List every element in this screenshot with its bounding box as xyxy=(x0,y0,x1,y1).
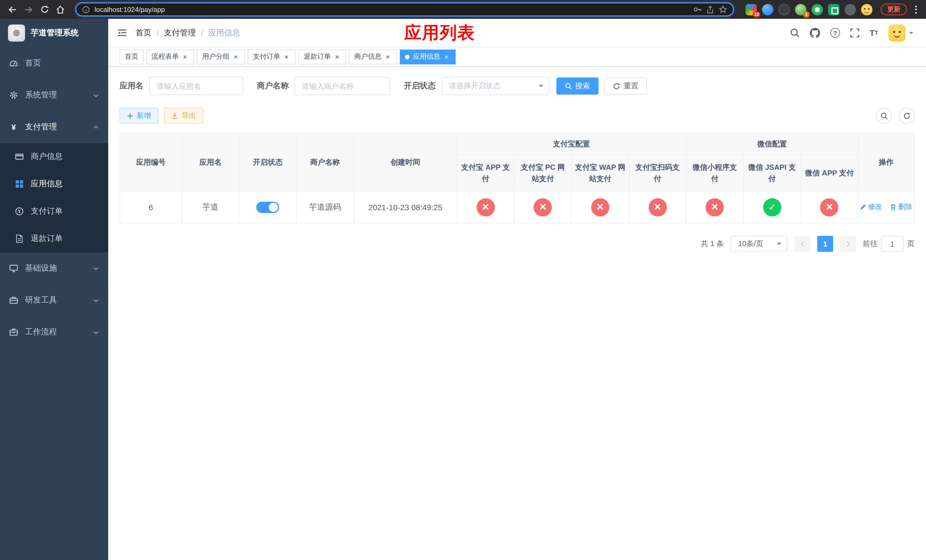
col-header-alipay-wap: 支付宝 WAP 网站支付 xyxy=(572,155,629,191)
breadcrumb-payment[interactable]: 支付管理 xyxy=(164,28,196,38)
extension-pin-icon[interactable] xyxy=(844,4,856,15)
sidebar-item-home[interactable]: 首页 xyxy=(0,47,108,79)
extension-green-avatar-icon[interactable]: 1 xyxy=(795,4,806,15)
filter-form: 应用名 商户名称 开启状态 请选择开启状态 搜索 xyxy=(120,77,915,95)
share-icon[interactable] xyxy=(706,5,714,14)
edit-link[interactable]: 修改 xyxy=(860,202,882,212)
status-check-icon xyxy=(763,198,781,216)
tab-app-info[interactable]: 应用信息 xyxy=(400,49,455,64)
sidebar-item-label: 工作流程 xyxy=(25,327,86,337)
sidebar: 芋道管理系统 首页 系统管理 支付管理 xyxy=(0,19,108,560)
help-icon[interactable] xyxy=(830,28,840,38)
address-bar[interactable]: localhost:1024/pay/app xyxy=(75,2,734,17)
breadcrumb-home[interactable]: 首页 xyxy=(136,28,151,38)
search-button[interactable]: 搜索 xyxy=(557,77,599,95)
extension-green-circle-icon[interactable] xyxy=(811,4,823,15)
tab-close-icon[interactable] xyxy=(232,53,240,61)
sidebar-item-pay-order[interactable]: 支付订单 xyxy=(0,198,108,225)
sidebar-item-app-info[interactable]: 应用信息 xyxy=(0,170,108,198)
pay-order-icon xyxy=(15,207,24,216)
extension-face-icon[interactable] xyxy=(861,4,873,15)
status-toggle[interactable] xyxy=(256,201,279,213)
tab-merchant-info[interactable]: 商户信息 xyxy=(349,49,397,64)
tab-label: 支付订单 xyxy=(253,52,280,62)
sidebar-item-system[interactable]: 系统管理 xyxy=(0,79,108,111)
sidebar-logo[interactable]: 芋道管理系统 xyxy=(0,19,108,47)
search-icon xyxy=(790,28,799,38)
col-header-status: 开启状态 xyxy=(239,133,297,191)
download-icon xyxy=(171,112,178,119)
extension-dark-icon[interactable] xyxy=(779,4,790,15)
goto-page-input[interactable] xyxy=(881,236,904,252)
password-key-icon[interactable] xyxy=(693,5,702,14)
tab-user-group[interactable]: 用户分组 xyxy=(197,49,245,64)
extension-blue-icon[interactable] xyxy=(762,4,773,15)
browser-back-button[interactable] xyxy=(6,3,20,16)
col-header-merchant: 商户名称 xyxy=(297,133,354,191)
sidebar-item-merchant-info[interactable]: 商户信息 xyxy=(0,143,108,170)
add-button[interactable]: 新增 xyxy=(120,107,158,124)
tab-home[interactable]: 首页 xyxy=(120,49,144,64)
tab-label: 流程表单 xyxy=(151,52,179,62)
browser-update-button[interactable]: 更新 xyxy=(881,3,907,15)
page-number-button[interactable]: 1 xyxy=(817,236,833,252)
tab-process-form[interactable]: 流程表单 xyxy=(146,49,194,64)
sidebar-item-infra[interactable]: 基础设施 xyxy=(0,252,108,284)
app-name-input[interactable] xyxy=(149,77,243,95)
sidebar-item-dev-tools[interactable]: 研发工具 xyxy=(0,284,108,316)
delete-link[interactable]: 删除 xyxy=(890,202,912,212)
monitor-icon xyxy=(9,264,18,273)
pencil-icon xyxy=(860,204,866,210)
tab-close-icon[interactable] xyxy=(181,53,189,61)
page-size-select[interactable]: 10条/页 xyxy=(731,236,788,252)
export-button[interactable]: 导出 xyxy=(164,107,203,124)
refresh-table-button[interactable] xyxy=(899,107,915,124)
reload-icon xyxy=(40,5,49,14)
extension-multicolor-icon[interactable]: 10 xyxy=(746,4,757,15)
screen: localhost:1024/pay/app 10 1 xyxy=(0,0,926,560)
tab-close-icon[interactable] xyxy=(283,53,291,61)
tab-refund-order[interactable]: 退款订单 xyxy=(298,49,346,64)
sidebar-item-label: 基础设施 xyxy=(25,263,86,274)
browser-forward-button[interactable] xyxy=(22,3,35,16)
tab-close-icon[interactable] xyxy=(333,53,341,61)
url-text[interactable]: localhost:1024/pay/app xyxy=(95,5,688,14)
extension-green-square-icon[interactable] xyxy=(828,4,840,15)
sidebar-item-label: 商户信息 xyxy=(31,151,99,162)
status-select[interactable]: 请选择开启状态 xyxy=(441,77,549,95)
home-icon xyxy=(56,5,65,14)
browser-menu-button[interactable] xyxy=(912,3,920,16)
fullscreen-button[interactable] xyxy=(850,28,859,37)
bookmark-star-icon[interactable] xyxy=(719,5,727,14)
tab-label: 应用信息 xyxy=(413,52,440,62)
toggle-search-button[interactable] xyxy=(876,107,892,124)
cell-ops: 修改 删除 xyxy=(858,191,915,223)
sidebar-item-workflow[interactable]: 工作流程 xyxy=(0,316,108,348)
chevron-down-icon xyxy=(93,297,99,303)
cell-wx-jsapi xyxy=(743,191,801,223)
github-icon xyxy=(809,28,820,38)
sidebar-toggle-button[interactable] xyxy=(108,19,136,47)
tab-close-icon[interactable] xyxy=(442,53,451,61)
table-row: 6 芋道 芋道源码 2021-10-23 08:49:25 xyxy=(120,191,914,223)
next-page-button[interactable] xyxy=(840,236,856,252)
merchant-name-input[interactable] xyxy=(294,77,390,95)
reset-button[interactable]: 重置 xyxy=(604,77,647,95)
app-logo-image xyxy=(8,24,25,42)
status-cross-icon xyxy=(477,198,495,216)
font-size-button[interactable]: TT xyxy=(869,29,878,37)
tab-pay-order[interactable]: 支付订单 xyxy=(248,49,295,64)
col-header-app-name: 应用名 xyxy=(182,133,239,191)
header-search-button[interactable] xyxy=(790,28,799,38)
prev-page-button[interactable] xyxy=(794,236,810,252)
sidebar-item-refund-order[interactable]: 退款订单 xyxy=(0,225,108,252)
sidebar-item-payment[interactable]: 支付管理 xyxy=(0,111,108,143)
user-menu[interactable] xyxy=(888,24,914,41)
site-info-icon[interactable] xyxy=(82,5,90,14)
browser-home-button[interactable] xyxy=(53,3,67,16)
search-button-label: 搜索 xyxy=(575,81,590,91)
tab-close-icon[interactable] xyxy=(384,53,392,61)
browser-reload-button[interactable] xyxy=(38,3,51,16)
refresh-icon xyxy=(903,112,910,120)
github-link[interactable] xyxy=(809,28,820,38)
